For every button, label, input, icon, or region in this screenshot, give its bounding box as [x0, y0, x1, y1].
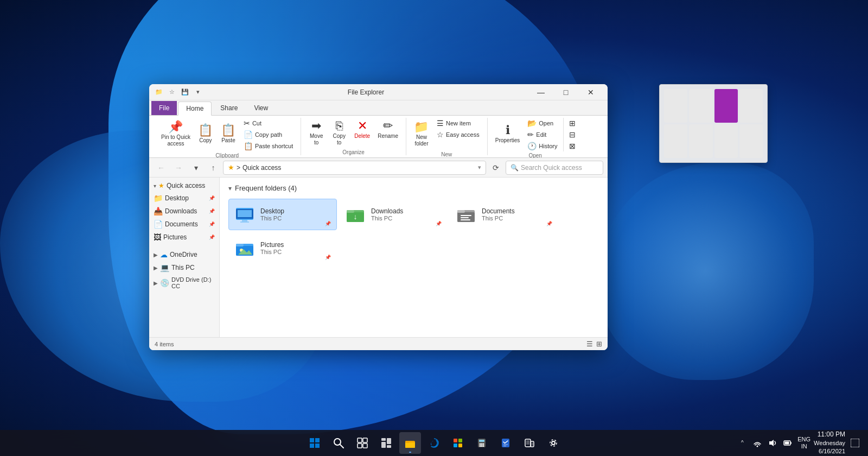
- back-button[interactable]: ←: [154, 160, 169, 175]
- paste-button[interactable]: 📋 Paste: [218, 118, 239, 150]
- extra-icon-1: ⊞: [569, 119, 576, 128]
- settings-button[interactable]: [542, 432, 564, 454]
- minimize-button[interactable]: —: [528, 84, 553, 100]
- pin-icon: 📌: [168, 121, 183, 133]
- thumb-cell-3[interactable]: [714, 89, 738, 123]
- easy-access-button[interactable]: ☆ Easy access: [433, 129, 483, 140]
- history-button[interactable]: 🕐 History: [524, 141, 560, 151]
- tab-share[interactable]: Share: [213, 101, 245, 115]
- new-item-button[interactable]: ☰ New item: [433, 118, 483, 129]
- list-view-button[interactable]: ☰: [586, 340, 593, 348]
- svg-rect-24: [315, 444, 320, 448]
- search-button[interactable]: [328, 432, 349, 454]
- maximize-button[interactable]: □: [553, 84, 578, 100]
- copy-path-button[interactable]: 📄 Copy path: [240, 129, 296, 140]
- todo-button[interactable]: [495, 432, 516, 454]
- section-expand-icon[interactable]: ▾: [228, 185, 232, 192]
- extra-btn-3[interactable]: ⊠: [566, 141, 579, 151]
- tab-home[interactable]: Home: [178, 102, 212, 116]
- thumb-cell-2[interactable]: [689, 89, 712, 123]
- grid-view-button[interactable]: ⊞: [596, 340, 602, 348]
- new-folder-button[interactable]: 📁 Newfolder: [411, 118, 432, 150]
- start-button[interactable]: [304, 432, 326, 454]
- thumb-cell-5[interactable]: [664, 124, 687, 158]
- folder-item-documents[interactable]: Documents This PC 📌: [450, 199, 558, 230]
- sidebar-item-desktop[interactable]: 📁 Desktop 📌: [149, 192, 219, 205]
- section-title: Frequent folders (4): [235, 184, 297, 192]
- folder-item-downloads[interactable]: ↓ Downloads This PC 📌: [339, 199, 448, 230]
- svg-rect-37: [405, 441, 410, 443]
- cut-button[interactable]: ✂ Cut: [240, 118, 296, 129]
- path-dropdown-icon[interactable]: ▾: [478, 164, 481, 171]
- language-indicator[interactable]: ENG IN: [797, 436, 810, 450]
- store-button[interactable]: [447, 432, 469, 454]
- documents-folder-name: Documents: [482, 207, 541, 215]
- move-to-button[interactable]: ➡ Moveto: [305, 118, 327, 148]
- thumb-cell-6[interactable]: [689, 124, 712, 158]
- taskbar-right: ^: [736, 430, 861, 456]
- notification-button[interactable]: [848, 436, 861, 449]
- copy-to-button[interactable]: ⎘ Copyto: [328, 118, 350, 148]
- rename-button[interactable]: ✏ Rename: [374, 118, 401, 142]
- edit-button[interactable]: ✏ Edit: [524, 129, 560, 140]
- address-path[interactable]: ★ > Quick access ▾: [223, 161, 486, 175]
- svg-point-46: [483, 444, 484, 445]
- recent-locations-button[interactable]: ▾: [188, 160, 203, 175]
- calculator-button[interactable]: [471, 432, 493, 454]
- sidebar-item-downloads[interactable]: 📥 Downloads 📌: [149, 205, 219, 218]
- copy-button[interactable]: 📋 Copy: [195, 118, 216, 150]
- svg-rect-13: [461, 215, 471, 216]
- easy-access-label: Easy access: [446, 131, 480, 138]
- title-bar-pin-icon[interactable]: ☆: [167, 87, 177, 98]
- taskbar-clock[interactable]: 11:00 PM Wednesday6/16/2021: [814, 430, 845, 456]
- extra-btn-1[interactable]: ⊞: [566, 118, 579, 129]
- forward-button[interactable]: →: [171, 160, 186, 175]
- task-view-button[interactable]: [352, 432, 373, 454]
- edge-button[interactable]: [423, 432, 445, 454]
- tab-file[interactable]: File: [151, 101, 177, 115]
- file-area: ▾ Frequent folders (4): [220, 178, 608, 337]
- extra-btn-2[interactable]: ⊟: [566, 129, 579, 140]
- properties-button[interactable]: ℹ Properties: [492, 118, 524, 150]
- svg-rect-54: [526, 440, 529, 445]
- folder-item-desktop[interactable]: Desktop This PC 📌: [228, 199, 337, 230]
- this-pc-section[interactable]: ▶ 💻 This PC: [149, 261, 219, 274]
- dvd-section[interactable]: ▶ 💿 DVD Drive (D:) CC: [149, 274, 219, 292]
- tray-chevron[interactable]: ^: [736, 436, 749, 449]
- tab-view[interactable]: View: [246, 101, 276, 115]
- widgets-button[interactable]: [375, 432, 397, 454]
- thumb-cell-8[interactable]: [739, 124, 763, 158]
- onedrive-section[interactable]: ▶ ☁ OneDrive: [149, 248, 219, 261]
- svg-rect-34: [387, 445, 391, 448]
- sidebar-item-documents[interactable]: 📄 Documents 📌: [149, 218, 219, 231]
- pin-to-quick-access-button[interactable]: 📌 Pin to Quickaccess: [158, 118, 194, 150]
- refresh-button[interactable]: ⟳: [488, 160, 503, 175]
- thumb-cell-1[interactable]: [664, 89, 687, 123]
- thumb-cell-4[interactable]: [739, 89, 763, 123]
- copy-path-label: Copy path: [255, 131, 282, 138]
- properties-icon: ℹ: [506, 124, 510, 136]
- close-button[interactable]: ✕: [578, 84, 603, 100]
- search-box[interactable]: 🔍 Search Quick access: [506, 161, 603, 175]
- thumb-cell-7[interactable]: [714, 124, 738, 158]
- title-bar-save-icon[interactable]: 💾: [180, 87, 190, 98]
- pictures-folder-icon: 🖼: [154, 233, 161, 242]
- phone-link-button[interactable]: [519, 432, 540, 454]
- svg-point-58: [550, 440, 557, 446]
- delete-button[interactable]: ✕ Delete: [351, 118, 373, 142]
- file-explorer-button[interactable]: [399, 432, 421, 454]
- title-bar-dropdown-icon[interactable]: ▾: [193, 87, 203, 98]
- tray-volume[interactable]: [766, 436, 779, 449]
- easy-access-icon: ☆: [437, 130, 444, 139]
- tray-network[interactable]: [751, 436, 764, 449]
- paste-shortcut-button[interactable]: 📋 Paste shortcut: [240, 141, 296, 151]
- folder-item-pictures[interactable]: Pictures This PC 📌: [228, 232, 337, 264]
- open-button[interactable]: 📂 Open: [524, 118, 560, 129]
- tray-battery[interactable]: [781, 436, 794, 449]
- pictures-label: Pictures: [163, 233, 187, 241]
- up-button[interactable]: ↑: [206, 160, 221, 175]
- organize-label: Organize: [305, 149, 401, 155]
- quick-access-section[interactable]: ▾ ★ Quick access: [149, 180, 219, 192]
- downloads-folder-name: Downloads: [371, 207, 430, 215]
- sidebar-item-pictures[interactable]: 🖼 Pictures 📌: [149, 231, 219, 244]
